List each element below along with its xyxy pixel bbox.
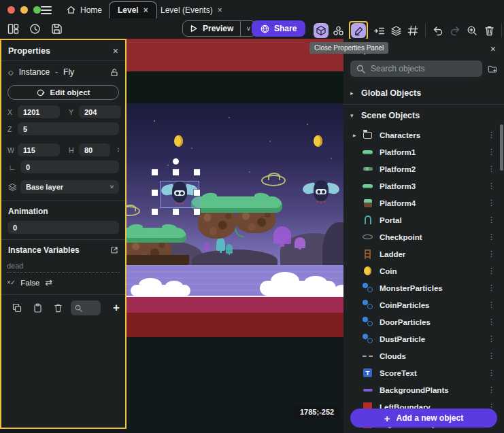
kebab-menu-icon[interactable]: ⋮	[486, 181, 497, 190]
properties-close-icon[interactable]: ×	[113, 46, 118, 56]
tab-home[interactable]: Home	[58, 1, 110, 18]
tab-level-events[interactable]: Level (Events) ×	[152, 1, 231, 18]
resize-handle[interactable]	[194, 190, 200, 196]
object-item-Platform4[interactable]: Platform4 ⋮	[343, 194, 504, 211]
height-input[interactable]	[79, 143, 110, 156]
traffic-light-minimize[interactable]	[20, 6, 28, 14]
variables-search[interactable]	[71, 300, 101, 315]
kebab-menu-icon[interactable]: ⋮	[486, 283, 497, 292]
trash-icon[interactable]	[482, 23, 497, 38]
kebab-menu-icon[interactable]: ⋮	[486, 215, 497, 224]
layers-icon[interactable]	[388, 23, 403, 38]
properties-panel-toggle-icon[interactable]	[351, 23, 366, 38]
object-groups-icon[interactable]	[331, 23, 346, 38]
3d-view-icon[interactable]	[314, 23, 329, 38]
tab-level-close-icon[interactable]: ×	[144, 5, 148, 15]
object-item-DustParticle[interactable]: DustParticle ⋮	[343, 330, 504, 347]
object-item-Portal[interactable]: Portal ⋮	[343, 211, 504, 228]
objects-close-icon[interactable]: ×	[490, 44, 496, 54]
zoom-in-icon[interactable]	[465, 23, 480, 38]
coin-object[interactable]	[314, 135, 322, 147]
unlock-icon[interactable]	[110, 68, 118, 77]
scene-canvas[interactable]: 1785;-252	[127, 39, 343, 433]
object-item-Clouds[interactable]: Clouds ⋮	[343, 347, 504, 364]
x-input[interactable]	[18, 105, 60, 118]
traffic-light-zoom[interactable]	[33, 6, 41, 14]
kebab-menu-icon[interactable]: ⋮	[486, 164, 497, 173]
rotation-handle[interactable]	[173, 158, 179, 164]
resize-handle[interactable]	[194, 169, 200, 175]
kebab-menu-icon[interactable]: ⋮	[486, 249, 497, 258]
checkpoint-outline-object[interactable]	[261, 175, 286, 186]
open-variables-icon[interactable]	[110, 246, 118, 254]
object-item-Platform3[interactable]: Platform3 ⋮	[343, 177, 504, 194]
objects-search-input[interactable]	[371, 64, 476, 73]
object-item-CoinParticles[interactable]: CoinParticles ⋮	[343, 296, 504, 313]
lock-ratio-icon[interactable]	[116, 145, 119, 154]
z-input[interactable]	[18, 122, 119, 135]
panels-layout-icon[interactable]	[5, 21, 20, 36]
kebab-menu-icon[interactable]: ⋮	[486, 148, 497, 156]
save-icon[interactable]	[49, 21, 64, 36]
kebab-menu-icon[interactable]: ⋮	[486, 385, 497, 394]
add-new-object-button[interactable]: + Add a new object	[350, 409, 497, 428]
tab-level-events-close-icon[interactable]: ×	[218, 5, 222, 15]
traffic-light-close[interactable]	[7, 6, 15, 14]
global-objects-group[interactable]: ▸ Global Objects	[343, 82, 504, 104]
kebab-menu-icon[interactable]: ⋮	[486, 266, 497, 275]
history-icon[interactable]	[27, 21, 42, 36]
scene-objects-group[interactable]: ▾ Scene Objects	[343, 105, 504, 126]
kebab-menu-icon[interactable]: ⋮	[486, 368, 497, 377]
angle-input[interactable]	[20, 160, 119, 173]
fly-object[interactable]	[302, 180, 340, 205]
object-item-BackgroundPlants[interactable]: BackgroundPlants ⋮	[343, 381, 504, 398]
variable-value-row[interactable]: ×✓ False ⇄	[7, 277, 120, 288]
kebab-menu-icon[interactable]: ⋮	[486, 232, 497, 241]
redo-icon[interactable]	[448, 23, 463, 38]
fly-object-selected[interactable]	[161, 181, 199, 206]
toggle-variable-icon[interactable]: ⇄	[45, 277, 52, 288]
object-item-Platform1[interactable]: Platform1 ⋮	[343, 143, 504, 160]
kebab-menu-icon[interactable]: ⋮	[486, 351, 497, 360]
paste-icon[interactable]	[27, 303, 48, 313]
objects-search-box[interactable]	[350, 60, 482, 77]
y-input[interactable]	[79, 105, 121, 118]
object-item-Coin[interactable]: Coin ⋮	[343, 262, 504, 279]
coin-object[interactable]	[174, 135, 183, 147]
kebab-menu-icon[interactable]: ⋮	[486, 131, 497, 139]
preview-button[interactable]: Preview	[183, 24, 240, 33]
animation-input[interactable]	[7, 221, 119, 234]
layer-select[interactable]: Base layer ˅	[20, 180, 119, 194]
delete-variable-icon[interactable]	[48, 303, 68, 313]
variables-search-input[interactable]	[84, 305, 94, 312]
object-item-Characters[interactable]: ▸ Characters ⋮	[343, 126, 504, 143]
object-item-Platform2[interactable]: Platform2 ⋮	[343, 160, 504, 177]
resize-handle[interactable]	[173, 209, 179, 215]
object-item-DoorParticles[interactable]: DoorParticles ⋮	[343, 313, 504, 330]
objects-scrollbar[interactable]	[500, 124, 503, 171]
clouds-object[interactable]	[131, 285, 190, 296]
grid-icon[interactable]	[405, 23, 420, 38]
copy-icon[interactable]	[7, 303, 27, 313]
object-item-Ladder[interactable]: Ladder ⋮	[343, 245, 504, 262]
width-input[interactable]	[18, 143, 60, 156]
platform-island-object[interactable]	[191, 196, 282, 241]
instances-list-icon[interactable]	[371, 23, 386, 38]
share-button[interactable]: Share	[252, 20, 305, 37]
resize-handle[interactable]	[194, 209, 200, 215]
resize-handle[interactable]	[152, 190, 158, 196]
tab-level[interactable]: Level ×	[109, 1, 157, 18]
object-item-Checkpoint[interactable]: Checkpoint ⋮	[343, 228, 504, 245]
add-variable-button[interactable]: +	[113, 301, 120, 315]
object-item-MonsterParticles[interactable]: MonsterParticles ⋮	[343, 279, 504, 296]
kebab-menu-icon[interactable]: ⋮	[486, 300, 497, 309]
variable-name[interactable]: dead	[7, 262, 120, 273]
menu-icon[interactable]	[41, 4, 52, 14]
undo-icon[interactable]	[431, 23, 446, 38]
resize-handle[interactable]	[152, 169, 158, 175]
resize-handle[interactable]	[152, 209, 158, 215]
edit-object-button[interactable]: Edit object	[7, 85, 119, 100]
add-folder-icon[interactable]	[488, 64, 497, 74]
kebab-menu-icon[interactable]: ⋮	[486, 198, 497, 207]
kebab-menu-icon[interactable]: ⋮	[486, 317, 497, 326]
